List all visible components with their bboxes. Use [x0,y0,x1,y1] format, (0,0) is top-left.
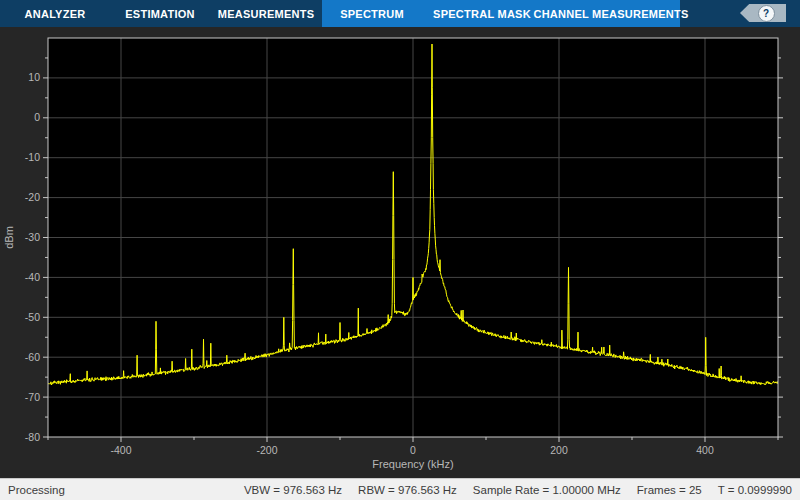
spectrum-analyzer-window: { "toolbar": { "tabs": [ {"label": "ANAL… [0,0,800,500]
y-tick-label: -40 [25,271,40,283]
y-tick-label: -60 [25,351,40,363]
status-bar: Processing VBW = 976.563 Hz RBW = 976.56… [0,478,800,500]
status-sample-rate: Sample Rate = 1.00000 MHz [473,484,621,496]
x-tick-label: -400 [110,444,131,456]
status-vbw: VBW = 976.563 Hz [244,484,342,496]
x-tick-label: 400 [696,444,714,456]
y-tick-label: 10 [28,71,40,83]
x-axis-label: Frequency (kHz) [372,458,453,470]
tabgroup-main: ANALYZER ESTIMATION MEASUREMENTS [0,0,322,27]
status-frames: Frames = 25 [637,484,702,496]
help-button[interactable]: ? [740,4,786,22]
status-processing: Processing [0,484,228,496]
status-rbw: RBW = 976.563 Hz [358,484,457,496]
tab-measurements[interactable]: MEASUREMENTS [210,0,322,27]
y-tick-label: -30 [25,231,40,243]
y-tick-label: -80 [25,431,40,443]
x-tick-label: 0 [410,444,416,456]
x-tick-label: -200 [256,444,277,456]
y-axis-label: dBm [3,226,15,249]
tabgroup-spectrum: SPECTRUM SPECTRAL MASK CHANNEL MEASUREME… [322,0,680,27]
help-icon: ? [758,5,775,22]
tab-analyzer[interactable]: ANALYZER [0,0,110,27]
y-tick-label: -70 [25,391,40,403]
tab-spectral-mask[interactable]: SPECTRAL MASK [422,0,542,27]
tab-spectrum[interactable]: SPECTRUM [322,0,422,27]
y-tick-label: 0 [34,111,40,123]
spectrum-plot[interactable]: -400-2000200400-80-70-60-50-40-30-20-100… [0,27,800,478]
y-tick-label: -10 [25,151,40,163]
plot-area[interactable]: -400-2000200400-80-70-60-50-40-30-20-100… [0,27,800,478]
status-time: T = 0.0999990 [718,484,792,496]
y-tick-label: -50 [25,311,40,323]
y-tick-label: -20 [25,191,40,203]
status-metrics: VBW = 976.563 Hz RBW = 976.563 Hz Sample… [228,484,800,496]
toolstrip: ANALYZER ESTIMATION MEASUREMENTS SPECTRU… [0,0,800,27]
x-tick-label: 200 [550,444,568,456]
tab-estimation[interactable]: ESTIMATION [110,0,210,27]
tab-channel-measurements[interactable]: CHANNEL MEASUREMENTS [542,0,680,27]
